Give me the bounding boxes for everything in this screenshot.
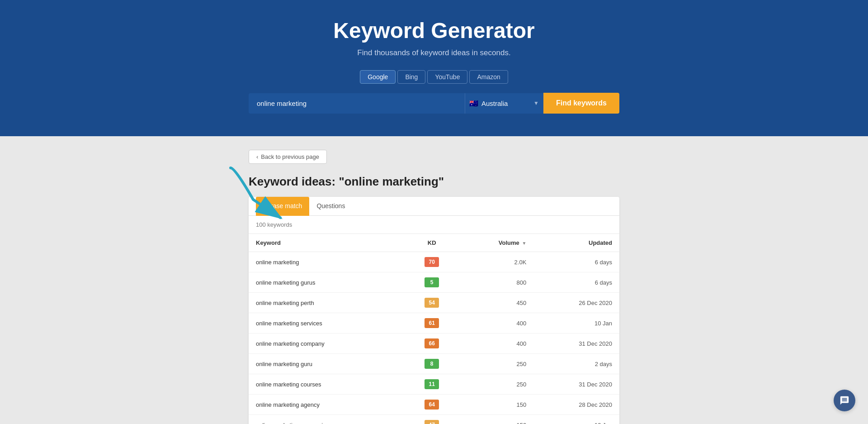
table-row: online marketing services 61 400 10 Jan [249, 313, 619, 333]
find-keywords-button[interactable]: Find keywords [543, 93, 619, 114]
volume-cell: 250 [458, 374, 534, 395]
kd-badge: 8 [425, 359, 439, 369]
engine-tab-amazon[interactable]: Amazon [469, 70, 508, 84]
kd-cell: 8 [406, 354, 458, 374]
search-row: 🇦🇺 Australia United States United Kingdo… [249, 93, 619, 114]
kd-cell: 61 [406, 313, 458, 333]
updated-cell: 31 Dec 2020 [533, 374, 619, 395]
table-header-row: Keyword KD Volume ▼ Updated [249, 234, 619, 252]
keyword-cell: online marketing companies [249, 415, 406, 424]
table-row: online marketing courses 11 250 31 Dec 2… [249, 374, 619, 395]
keyword-cell: online marketing guru [249, 354, 406, 374]
volume-cell: 2.0K [458, 252, 534, 272]
header-subtitle: Find thousands of keyword ideas in secon… [0, 48, 868, 57]
tab-phrase-match[interactable]: Phrase match [256, 197, 309, 216]
kd-cell: 64 [406, 395, 458, 415]
header: Keyword Generator Find thousands of keyw… [0, 0, 868, 136]
content-area: ‹ Back to previous page Keyword ideas: "… [0, 136, 868, 424]
updated-cell: 26 Dec 2020 [533, 293, 619, 313]
volume-cell: 450 [458, 293, 534, 313]
kd-badge: 70 [425, 257, 439, 267]
col-updated: Updated [533, 234, 619, 252]
kd-badge: 47 [425, 420, 439, 424]
table-row: online marketing gurus 5 800 6 days [249, 272, 619, 293]
keywords-table: Keyword KD Volume ▼ Updated online marke… [249, 234, 619, 424]
updated-cell: 10 Jan [533, 313, 619, 333]
sort-arrow-icon: ▼ [522, 241, 526, 246]
results-card: Phrase match Questions 100 keywords Keyw… [249, 197, 619, 424]
kd-badge: 54 [425, 298, 439, 308]
engine-tab-bing[interactable]: Bing [397, 70, 425, 84]
table-row: online marketing companies 47 150 10 Jan [249, 415, 619, 424]
kd-badge: 5 [425, 277, 439, 287]
keyword-cell: online marketing [249, 252, 406, 272]
col-keyword: Keyword [249, 234, 406, 252]
keyword-cell: online marketing courses [249, 374, 406, 395]
keyword-cell: online marketing agency [249, 395, 406, 415]
table-row: online marketing guru 8 250 2 days [249, 354, 619, 374]
kd-badge: 11 [425, 379, 439, 389]
keyword-cell: online marketing services [249, 313, 406, 333]
updated-cell: 6 days [533, 272, 619, 293]
kd-cell: 47 [406, 415, 458, 424]
volume-cell: 250 [458, 354, 534, 374]
chat-widget[interactable] [834, 390, 855, 411]
col-volume[interactable]: Volume ▼ [458, 234, 534, 252]
kd-cell: 54 [406, 293, 458, 313]
engine-tab-youtube[interactable]: YouTube [427, 70, 467, 84]
table-row: online marketing perth 54 450 26 Dec 202… [249, 293, 619, 313]
updated-cell: 10 Jan [533, 415, 619, 424]
volume-cell: 150 [458, 395, 534, 415]
updated-cell: 28 Dec 2020 [533, 395, 619, 415]
engine-tab-google[interactable]: Google [360, 70, 396, 84]
chat-icon [840, 395, 849, 405]
country-select[interactable]: Australia United States United Kingdom [465, 93, 543, 114]
keyword-ideas-title: Keyword ideas: "online marketing" [249, 175, 619, 189]
kd-cell: 5 [406, 272, 458, 293]
kd-badge: 66 [425, 338, 439, 348]
keyword-cell: online marketing company [249, 333, 406, 354]
volume-cell: 150 [458, 415, 534, 424]
volume-cell: 400 [458, 333, 534, 354]
kd-cell: 70 [406, 252, 458, 272]
page-title: Keyword Generator [0, 18, 868, 43]
engine-tabs: Google Bing YouTube Amazon [0, 70, 868, 84]
kd-cell: 11 [406, 374, 458, 395]
chevron-left-icon: ‹ [256, 153, 258, 160]
country-selector: 🇦🇺 Australia United States United Kingdo… [465, 93, 543, 114]
kd-cell: 66 [406, 333, 458, 354]
search-input[interactable] [249, 93, 465, 114]
kd-badge: 61 [425, 318, 439, 328]
updated-cell: 6 days [533, 252, 619, 272]
volume-cell: 400 [458, 313, 534, 333]
updated-cell: 31 Dec 2020 [533, 333, 619, 354]
table-row: online marketing company 66 400 31 Dec 2… [249, 333, 619, 354]
content-inner: ‹ Back to previous page Keyword ideas: "… [249, 150, 619, 424]
updated-cell: 2 days [533, 354, 619, 374]
back-button-label: Back to previous page [261, 153, 319, 160]
kd-badge: 64 [425, 400, 439, 410]
back-button[interactable]: ‹ Back to previous page [249, 150, 327, 164]
keyword-cell: online marketing perth [249, 293, 406, 313]
volume-cell: 800 [458, 272, 534, 293]
keyword-cell: online marketing gurus [249, 272, 406, 293]
keywords-count: 100 keywords [249, 216, 619, 234]
table-row: online marketing agency 64 150 28 Dec 20… [249, 395, 619, 415]
tab-questions[interactable]: Questions [309, 197, 352, 216]
col-kd: KD [406, 234, 458, 252]
results-tabs: Phrase match Questions [249, 197, 619, 216]
table-row: online marketing 70 2.0K 6 days [249, 252, 619, 272]
